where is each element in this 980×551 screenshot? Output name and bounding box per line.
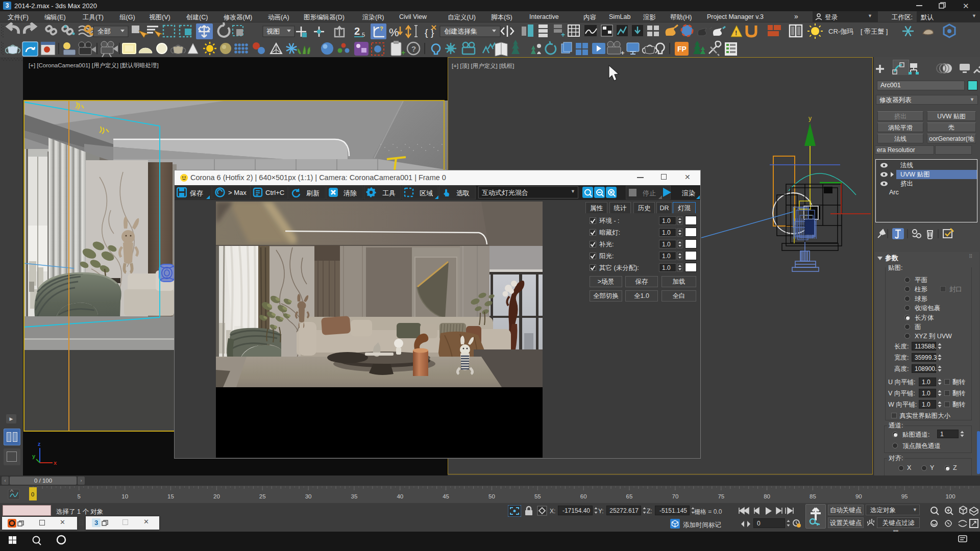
svg-text:FP: FP [677,45,687,53]
svg-text:+: + [401,48,405,57]
svg-text:!: ! [735,29,737,37]
svg-text:40: 40 [397,493,403,499]
svg-text:75: 75 [718,493,724,499]
svg-text:CR-伽玛: CR-伽玛 [828,28,853,35]
svg-text:z: z [38,441,41,447]
svg-text:2: 2 [354,26,360,37]
svg-text:5: 5 [78,493,81,499]
svg-text:85: 85 [810,493,816,499]
svg-text:{: { [425,27,428,38]
svg-text:100: 100 [945,493,955,499]
svg-text:30: 30 [305,493,312,499]
svg-text:60: 60 [580,493,587,499]
svg-text:25: 25 [259,493,266,499]
svg-text:10: 10 [121,493,128,499]
svg-text:20: 20 [213,493,220,499]
svg-text:70: 70 [672,493,679,499]
svg-text:创建选择集: 创建选择集 [444,28,477,35]
svg-text:35: 35 [351,493,358,499]
svg-text:45: 45 [443,493,449,499]
svg-text:[ 帝王蟹 ]: [ 帝王蟹 ] [861,28,888,35]
svg-text:65: 65 [626,493,633,499]
svg-text:y: y [32,453,36,459]
svg-text:视图: 视图 [266,28,280,35]
svg-text:+: + [561,31,565,39]
svg-text:x: x [54,460,57,466]
svg-text:+: + [621,49,625,57]
svg-text:全部: 全部 [97,28,111,35]
svg-text:?: ? [411,44,416,53]
svg-text:%: % [389,26,399,39]
svg-text:50: 50 [488,493,495,499]
svg-text:55: 55 [534,493,541,499]
svg-text:15: 15 [167,493,174,499]
svg-text:95: 95 [901,493,908,499]
svg-text:0: 0 [31,491,34,497]
svg-text:y: y [808,115,812,122]
svg-text:90: 90 [855,493,862,499]
svg-text:?: ? [380,26,383,32]
svg-text:80: 80 [764,493,770,499]
